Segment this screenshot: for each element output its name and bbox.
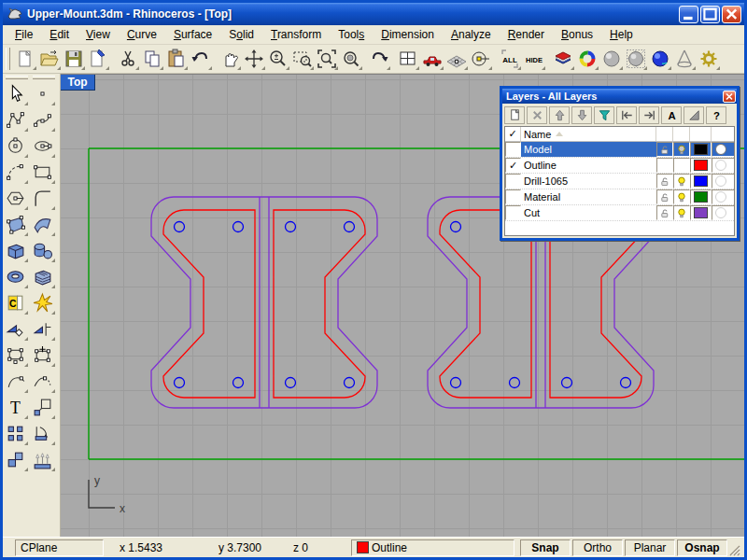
tool-button-array[interactable] (3, 420, 29, 446)
layers-header-name[interactable]: Name (521, 127, 656, 141)
layer-current-check[interactable] (505, 174, 521, 189)
tool-button-ellipse[interactable] (30, 133, 56, 159)
layer-color-cell[interactable] (690, 189, 712, 204)
tool-button-extrude[interactable] (30, 446, 56, 472)
layer-name[interactable]: Outline (521, 160, 656, 171)
toolbar-button-zoom-dynamic[interactable] (266, 47, 290, 71)
title-bar[interactable]: Upper-Mount.3dm - Rhinoceros - [Top] (3, 3, 744, 25)
layer-bulb-toggle[interactable] (673, 205, 690, 220)
toolbar-button-zoom-extents[interactable] (315, 47, 339, 71)
layers-toolbar-button-move-left[interactable] (616, 106, 637, 124)
menu-curve[interactable]: Curve (119, 26, 165, 43)
tool-button-single-point[interactable] (30, 80, 56, 106)
menu-file[interactable]: File (7, 26, 41, 43)
toggle-ortho[interactable]: Ortho (572, 539, 623, 556)
toolbar-button-save-file[interactable] (62, 47, 86, 71)
toolbar-button-zoom-selected[interactable] (339, 47, 363, 71)
layers-toolbar-button-move-down[interactable] (571, 106, 592, 124)
toggle-planar[interactable]: Planar (625, 539, 675, 556)
close-button[interactable] (722, 6, 741, 23)
tool-button-layout[interactable] (3, 446, 29, 472)
menu-tools[interactable]: Tools (330, 26, 373, 43)
layer-current-check[interactable] (505, 142, 521, 157)
layer-material-cell[interactable] (712, 189, 734, 204)
toolbar-button-redo-view[interactable] (367, 47, 391, 71)
layers-toolbar-button-rename[interactable]: A (661, 106, 682, 124)
bracket-pair-left[interactable] (151, 197, 377, 408)
layer-bulb-toggle[interactable] (673, 189, 690, 204)
layers-toolbar-button-move-right[interactable] (639, 106, 659, 124)
layer-material-cell[interactable] (712, 174, 734, 189)
layer-bulb-toggle[interactable] (673, 142, 690, 157)
tool-button-control-points-on[interactable] (30, 342, 56, 368)
toolbar-button-print-setup[interactable] (86, 47, 110, 71)
layer-color-cell[interactable] (690, 205, 712, 220)
layers-panel-close-button[interactable] (723, 91, 736, 103)
layer-material-cell[interactable] (712, 205, 734, 220)
minimize-button[interactable] (679, 6, 698, 23)
tool-button-select[interactable] (3, 80, 29, 106)
tool-button-torus[interactable] (3, 263, 29, 289)
toolbar-button-cut[interactable] (116, 47, 140, 71)
toolbar-button-zoom-window[interactable] (290, 47, 315, 71)
toolbar-button-car[interactable] (420, 47, 444, 71)
tool-button-cylinder[interactable] (30, 237, 56, 263)
menu-dimension[interactable]: Dimension (373, 26, 443, 43)
tool-button-rotate[interactable] (30, 420, 56, 446)
layer-lock-toggle[interactable] (656, 205, 673, 220)
layer-lock-toggle[interactable] (656, 142, 673, 157)
menu-help[interactable]: Help (601, 26, 641, 43)
tool-button-box[interactable] (3, 237, 29, 263)
tool-button-interpolate-curve[interactable] (30, 106, 56, 133)
toolbar-button-pan-view[interactable] (218, 47, 242, 71)
toolbar-button-render[interactable] (624, 47, 648, 71)
layer-color-cell[interactable] (690, 142, 712, 157)
tool-button-text[interactable]: T (3, 394, 29, 420)
cplane-button[interactable]: CPlane (15, 539, 104, 556)
viewport-tab[interactable]: Top (61, 75, 95, 91)
tool-button-surface-points[interactable] (3, 211, 29, 237)
layer-current-check[interactable]: ✓ (505, 158, 521, 173)
layer-current-check[interactable] (505, 205, 521, 220)
tool-button-mesh-box[interactable] (30, 263, 56, 289)
toolbar-button-open-file[interactable] (37, 47, 62, 71)
layer-row-material[interactable]: Material (505, 189, 734, 205)
tool-button-move[interactable] (3, 342, 29, 368)
toolbar-button-color-wheel[interactable] (575, 47, 599, 71)
layer-name[interactable]: Material (521, 191, 656, 203)
menu-bonus[interactable]: Bonus (553, 26, 601, 43)
tool-button-cplane-c[interactable]: C (3, 289, 29, 315)
layer-row-outline[interactable]: ✓Outline (505, 158, 734, 174)
toolbar-button-copy[interactable] (140, 47, 164, 71)
layer-name[interactable]: Drill-1065 (521, 175, 656, 187)
tool-button-scale[interactable] (30, 394, 56, 420)
toolbar-button-paste[interactable] (164, 47, 189, 71)
layer-current-check[interactable] (505, 189, 521, 204)
toolbar-button-options[interactable] (697, 47, 721, 71)
toggle-osnap[interactable]: Osnap (677, 539, 727, 556)
layer-material-cell[interactable] (712, 158, 734, 173)
menu-transform[interactable]: Transform (262, 26, 330, 43)
layers-panel-titlebar[interactable]: Layers - All Layers (502, 89, 737, 104)
viewport-top[interactable]: y x Top Layers - All Layers A? ✓ Name (61, 74, 744, 537)
resize-grip[interactable] (729, 539, 740, 556)
toolbar-grip[interactable] (6, 48, 10, 70)
layer-color-cell[interactable] (690, 158, 712, 173)
tool-button-arc[interactable] (3, 159, 29, 185)
layer-bulb-toggle[interactable] (673, 158, 690, 173)
layer-bulb-toggle[interactable] (673, 174, 690, 189)
layer-name[interactable]: Model (521, 144, 656, 155)
tool-button-control-point-curve[interactable] (3, 106, 29, 133)
maximize-button[interactable] (700, 6, 720, 23)
menu-surface[interactable]: Surface (165, 26, 220, 43)
tool-button-point-edit[interactable] (3, 368, 29, 394)
tool-button-rectangle[interactable] (30, 159, 56, 185)
toolbar-button-set-view[interactable] (469, 47, 493, 71)
tool-button-surface-curves[interactable] (30, 211, 56, 237)
layers-header-lock[interactable] (656, 127, 673, 141)
toolbar-button-render-preview[interactable] (648, 47, 672, 71)
toolbar-button-rotate-view[interactable] (242, 47, 266, 71)
layers-toolbar-button-new-layer[interactable] (504, 106, 525, 124)
layer-lock-toggle[interactable] (656, 158, 673, 173)
layer-color-cell[interactable] (690, 174, 712, 189)
